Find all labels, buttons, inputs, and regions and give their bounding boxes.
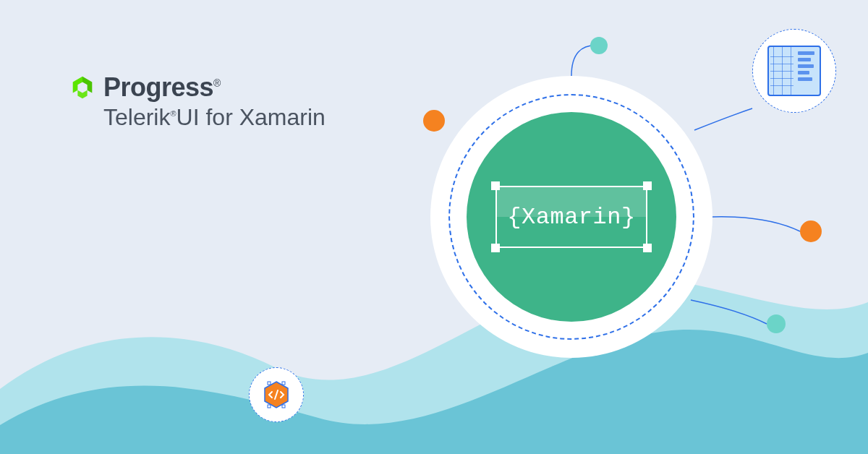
satellite-code (249, 367, 304, 422)
svg-rect-4 (282, 405, 285, 408)
brand-name: Progress® (103, 72, 221, 103)
resize-handle-icon (643, 244, 652, 252)
satellite-grid (752, 29, 836, 113)
svg-rect-1 (268, 382, 271, 385)
orbit-dot-teal (590, 37, 608, 54)
resize-handle-icon (491, 244, 500, 252)
svg-rect-2 (282, 382, 285, 385)
xamarin-selection-frame: {Xamarin} (495, 186, 647, 248)
orbit-dot-orange (423, 110, 445, 132)
xamarin-label: {Xamarin} (507, 204, 635, 231)
hero-green-circle: {Xamarin} (467, 112, 676, 322)
brand-logo-block: Progress® Telerik®UI for Xamarin (69, 72, 326, 131)
registered-mark: ® (213, 77, 221, 89)
hero-circle: {Xamarin} (430, 76, 712, 358)
orbit-dot-teal (767, 314, 786, 333)
data-grid-icon (767, 46, 821, 96)
orbit-dot-orange (800, 220, 822, 242)
resize-handle-icon (491, 181, 500, 190)
resize-handle-icon (643, 181, 652, 190)
progress-chevrons-icon (69, 74, 96, 101)
product-subtitle: Telerik®UI for Xamarin (103, 104, 326, 131)
code-hexagon-icon (262, 380, 291, 409)
svg-rect-3 (268, 405, 271, 408)
